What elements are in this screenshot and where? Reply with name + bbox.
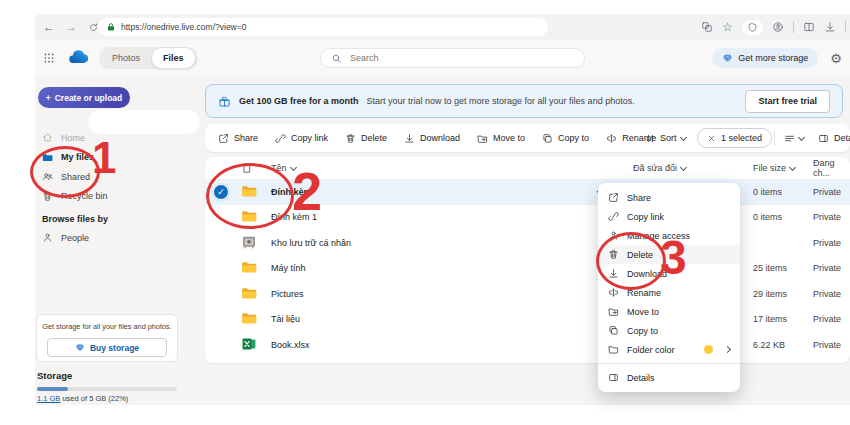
menu-divider xyxy=(598,363,740,364)
file-row[interactable]: Book.xlsx6.22 KBPrivate xyxy=(205,332,850,358)
vault-icon xyxy=(241,234,257,250)
get-more-storage-button[interactable]: Get more storage xyxy=(712,48,818,68)
create-or-upload-button[interactable]: + Create or upload xyxy=(38,87,130,108)
sidebar-item-home[interactable]: Home xyxy=(35,128,205,148)
sharing-cell: Private xyxy=(805,238,850,248)
toolbar-item-label: Delete xyxy=(361,133,387,143)
storage-usage-text: 1.1 GB used of 5 GB (22%) xyxy=(37,394,128,403)
column-size[interactable]: File size xyxy=(745,163,805,173)
folder-icon xyxy=(241,285,257,301)
copy-link-button[interactable]: Copy link xyxy=(275,133,328,144)
move-to-button[interactable]: Move to xyxy=(477,133,525,144)
file-name: Máy tính xyxy=(271,263,306,273)
storage-heading: Storage xyxy=(37,370,72,381)
copy-to-button[interactable]: Copy to xyxy=(542,133,589,144)
size-cell: 6.22 KB xyxy=(745,340,805,350)
translate-icon[interactable] xyxy=(701,21,713,33)
secure-lock-icon xyxy=(106,22,116,32)
column-modified[interactable]: Đã sửa đổi xyxy=(625,163,745,173)
list-view-icon xyxy=(784,133,795,144)
copyto-icon xyxy=(608,325,619,336)
details-pane-button[interactable]: Details xyxy=(818,124,850,152)
buy-storage-button[interactable]: Buy storage xyxy=(47,338,167,357)
clear-selection-button[interactable]: 1 selected xyxy=(697,128,772,148)
toolbar-item-label: Copy link xyxy=(291,133,328,143)
storage-progress-bar xyxy=(37,387,177,391)
browser-forward-button[interactable]: → xyxy=(62,18,80,36)
view-options-button[interactable] xyxy=(784,124,804,152)
search-icon xyxy=(331,53,342,64)
link-icon xyxy=(608,211,619,222)
chevron-right-icon xyxy=(724,346,731,353)
chevron-down-icon xyxy=(680,163,687,170)
downloads-icon[interactable] xyxy=(824,21,836,33)
menu-item-label: Copy link xyxy=(627,212,664,222)
column-sharing[interactable]: Đang ch... xyxy=(805,158,850,178)
browser-back-button[interactable]: ← xyxy=(40,18,58,36)
sharing-cell: Private xyxy=(805,212,850,222)
file-row[interactable]: Máy tính25 itemsPrivate xyxy=(205,256,850,282)
file-name: Pictures xyxy=(271,289,304,299)
home-icon xyxy=(42,132,53,143)
address-bar[interactable]: https://onedrive.live.com/?view=0 xyxy=(98,18,548,36)
split-screen-icon[interactable] xyxy=(803,21,815,33)
menu-item-folder-color[interactable]: Folder color xyxy=(598,340,740,359)
sharing-cell: Private xyxy=(805,340,850,350)
premium-diamond-icon xyxy=(75,343,85,353)
bookmark-star-icon[interactable]: ☆ xyxy=(722,20,733,34)
settings-gear-icon[interactable]: ⚙ xyxy=(830,52,842,65)
browser-profile-icon[interactable] xyxy=(772,21,784,33)
size-cell: 29 items xyxy=(745,289,805,299)
moveto-icon xyxy=(477,133,488,144)
download-icon xyxy=(404,133,415,144)
file-row[interactable]: Tài liệu17 itemsPrivate xyxy=(205,307,850,333)
tab-photos[interactable]: Photos xyxy=(101,48,151,68)
menu-item-copy-link[interactable]: Copy link xyxy=(598,207,740,226)
onedrive-screenshot: ← → https://onedrive.live.com/?view=0 ☆ … xyxy=(0,0,850,425)
storage-used-link[interactable]: 1.1 GB xyxy=(37,394,60,403)
start-free-trial-button[interactable]: Start free trial xyxy=(745,90,830,113)
storage-ad-text: Get storage for all your files and photo… xyxy=(37,322,177,331)
file-name: Kho lưu trữ cá nhân xyxy=(271,238,351,248)
size-cell: 0 items xyxy=(745,212,805,222)
copyto-icon xyxy=(542,133,553,144)
rename-icon xyxy=(606,133,617,144)
toolbar-item-label: Download xyxy=(420,133,460,143)
column-name[interactable]: Tên xyxy=(271,163,625,173)
menu-item-move-to[interactable]: Move to xyxy=(598,302,740,321)
trial-banner: Get 100 GB free for a month Start your t… xyxy=(205,84,843,118)
moveto-icon xyxy=(608,306,619,317)
file-row[interactable]: Pictures29 itemsPrivate xyxy=(205,281,850,307)
share-icon xyxy=(218,133,229,144)
menu-item-copy-to[interactable]: Copy to xyxy=(598,321,740,340)
foldercolor-icon xyxy=(608,344,619,355)
onedrive-header: Photos Files Get more storage ⚙ xyxy=(35,40,850,76)
excel-icon xyxy=(241,336,257,352)
share-button[interactable]: Share xyxy=(218,133,258,144)
browse-by-nav: People xyxy=(35,228,205,248)
search-box[interactable] xyxy=(320,48,585,68)
sort-button[interactable]: Sort xyxy=(645,124,686,152)
delete-button[interactable]: Delete xyxy=(345,133,387,144)
onedrive-logo[interactable] xyxy=(67,47,90,71)
onedrive-cloud-icon xyxy=(67,47,90,69)
sidebar-item-people[interactable]: People xyxy=(35,228,205,248)
app-launcher-button[interactable] xyxy=(43,52,55,66)
tab-files[interactable]: Files xyxy=(151,47,196,69)
browser-toolbar: ← → https://onedrive.live.com/?view=0 ☆ xyxy=(35,14,850,40)
menu-item-label: Move to xyxy=(627,307,659,317)
link-icon xyxy=(275,133,286,144)
menu-item-share[interactable]: Share xyxy=(598,188,740,207)
download-button[interactable]: Download xyxy=(404,133,460,144)
storage-ad-card: Get storage for all your files and photo… xyxy=(36,314,178,362)
sharing-cell: Private xyxy=(805,263,850,273)
search-input[interactable] xyxy=(348,52,574,64)
menu-item-details[interactable]: Details xyxy=(598,368,740,387)
banner-title: Get 100 GB free for a month xyxy=(239,96,359,106)
file-row[interactable]: Kho lưu trữ cá nhânPrivate xyxy=(205,230,850,256)
shield-icon xyxy=(747,22,758,33)
folder-color-swatch xyxy=(704,345,713,354)
sort-icon xyxy=(645,133,656,144)
menu-item-label: Details xyxy=(627,373,655,383)
shield-chip[interactable] xyxy=(742,20,763,35)
